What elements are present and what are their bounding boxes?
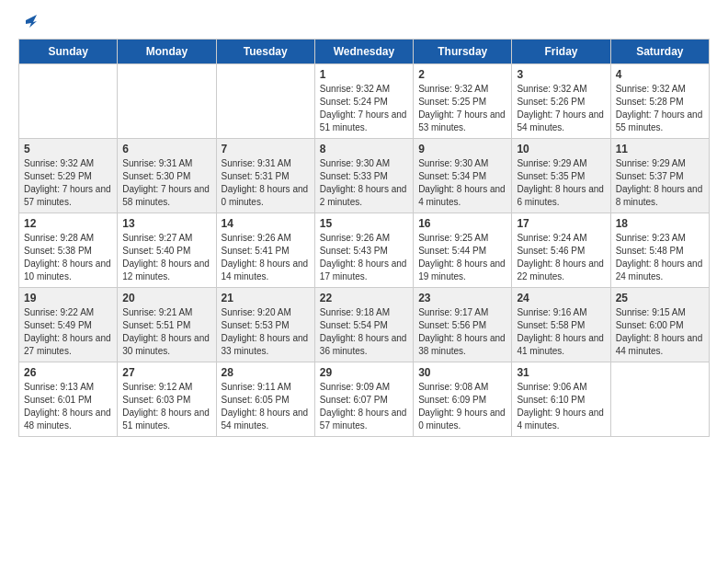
week-row-2: 5Sunrise: 9:32 AM Sunset: 5:29 PM Daylig… — [19, 139, 710, 213]
day-number: 9 — [418, 143, 506, 155]
day-number: 26 — [24, 366, 112, 379]
day-cell: 27Sunrise: 9:12 AM Sunset: 6:03 PM Dayli… — [118, 362, 216, 437]
day-info: Sunrise: 9:25 AM Sunset: 5:44 PM Dayligh… — [418, 232, 506, 283]
day-info: Sunrise: 9:27 AM Sunset: 5:40 PM Dayligh… — [122, 232, 210, 283]
week-row-4: 19Sunrise: 9:22 AM Sunset: 5:49 PM Dayli… — [19, 288, 710, 362]
day-cell: 6Sunrise: 9:31 AM Sunset: 5:30 PM Daylig… — [118, 139, 216, 213]
day-info: Sunrise: 9:32 AM Sunset: 5:29 PM Dayligh… — [24, 157, 112, 209]
day-cell: 15Sunrise: 9:26 AM Sunset: 5:43 PM Dayli… — [314, 213, 413, 288]
day-number: 21 — [222, 292, 310, 304]
day-cell: 17Sunrise: 9:24 AM Sunset: 5:46 PM Dayli… — [512, 213, 610, 288]
day-cell: 10Sunrise: 9:29 AM Sunset: 5:35 PM Dayli… — [512, 139, 610, 213]
day-cell: 26Sunrise: 9:13 AM Sunset: 6:01 PM Dayli… — [19, 362, 118, 437]
day-number: 18 — [616, 217, 704, 230]
day-cell — [216, 64, 314, 139]
weekday-header-monday: Monday — [118, 40, 216, 64]
day-info: Sunrise: 9:13 AM Sunset: 6:01 PM Dayligh… — [24, 381, 112, 432]
day-number: 11 — [616, 143, 704, 155]
day-cell: 30Sunrise: 9:08 AM Sunset: 6:09 PM Dayli… — [414, 362, 512, 437]
day-cell: 28Sunrise: 9:11 AM Sunset: 6:05 PM Dayli… — [216, 362, 314, 437]
day-number: 13 — [122, 217, 210, 230]
day-cell — [118, 64, 216, 139]
day-cell: 14Sunrise: 9:26 AM Sunset: 5:41 PM Dayli… — [216, 213, 314, 288]
day-info: Sunrise: 9:32 AM Sunset: 5:26 PM Dayligh… — [517, 83, 605, 134]
day-cell: 7Sunrise: 9:31 AM Sunset: 5:31 PM Daylig… — [216, 139, 314, 213]
day-info: Sunrise: 9:17 AM Sunset: 5:56 PM Dayligh… — [418, 306, 506, 358]
day-number: 14 — [222, 217, 310, 230]
day-number: 3 — [517, 68, 605, 81]
day-number: 17 — [517, 217, 605, 230]
calendar-table: SundayMondayTuesdayWednesdayThursdayFrid… — [18, 39, 710, 437]
day-info: Sunrise: 9:06 AM Sunset: 6:10 PM Dayligh… — [517, 381, 605, 432]
day-info: Sunrise: 9:26 AM Sunset: 5:41 PM Dayligh… — [222, 232, 310, 283]
day-number: 24 — [517, 292, 605, 304]
day-cell: 2Sunrise: 9:32 AM Sunset: 5:25 PM Daylig… — [414, 64, 512, 139]
day-cell — [19, 64, 118, 139]
day-info: Sunrise: 9:30 AM Sunset: 5:34 PM Dayligh… — [418, 157, 506, 209]
day-cell: 12Sunrise: 9:28 AM Sunset: 5:38 PM Dayli… — [19, 213, 118, 288]
day-info: Sunrise: 9:24 AM Sunset: 5:46 PM Dayligh… — [517, 232, 605, 283]
day-number: 28 — [222, 366, 310, 379]
day-info: Sunrise: 9:31 AM Sunset: 5:31 PM Dayligh… — [222, 157, 310, 209]
day-cell: 1Sunrise: 9:32 AM Sunset: 5:24 PM Daylig… — [314, 64, 413, 139]
day-number: 19 — [24, 292, 112, 304]
day-info: Sunrise: 9:29 AM Sunset: 5:37 PM Dayligh… — [616, 157, 704, 209]
day-info: Sunrise: 9:18 AM Sunset: 5:54 PM Dayligh… — [320, 306, 408, 358]
day-info: Sunrise: 9:30 AM Sunset: 5:33 PM Dayligh… — [320, 157, 408, 209]
weekday-header-thursday: Thursday — [414, 40, 512, 64]
logo — [18, 15, 40, 28]
day-cell: 21Sunrise: 9:20 AM Sunset: 5:53 PM Dayli… — [216, 288, 314, 362]
day-info: Sunrise: 9:15 AM Sunset: 6:00 PM Dayligh… — [616, 306, 704, 358]
day-number: 2 — [418, 68, 506, 81]
day-info: Sunrise: 9:26 AM Sunset: 5:43 PM Dayligh… — [320, 232, 408, 283]
day-cell: 31Sunrise: 9:06 AM Sunset: 6:10 PM Dayli… — [512, 362, 610, 437]
day-cell — [610, 362, 709, 437]
day-info: Sunrise: 9:16 AM Sunset: 5:58 PM Dayligh… — [517, 306, 605, 358]
day-cell: 20Sunrise: 9:21 AM Sunset: 5:51 PM Dayli… — [118, 288, 216, 362]
day-number: 23 — [418, 292, 506, 304]
day-number: 10 — [517, 143, 605, 155]
day-number: 6 — [122, 143, 210, 155]
day-number: 27 — [122, 366, 210, 379]
week-row-5: 26Sunrise: 9:13 AM Sunset: 6:01 PM Dayli… — [19, 362, 710, 437]
weekday-header-saturday: Saturday — [610, 40, 709, 64]
day-cell: 9Sunrise: 9:30 AM Sunset: 5:34 PM Daylig… — [414, 139, 512, 213]
day-cell: 22Sunrise: 9:18 AM Sunset: 5:54 PM Dayli… — [314, 288, 413, 362]
day-info: Sunrise: 9:11 AM Sunset: 6:05 PM Dayligh… — [222, 381, 310, 432]
day-info: Sunrise: 9:31 AM Sunset: 5:30 PM Dayligh… — [122, 157, 210, 209]
day-cell: 25Sunrise: 9:15 AM Sunset: 6:00 PM Dayli… — [610, 288, 709, 362]
header — [18, 15, 710, 28]
page: SundayMondayTuesdayWednesdayThursdayFrid… — [0, 0, 728, 452]
day-info: Sunrise: 9:21 AM Sunset: 5:51 PM Dayligh… — [122, 306, 210, 358]
day-cell: 23Sunrise: 9:17 AM Sunset: 5:56 PM Dayli… — [414, 288, 512, 362]
day-number: 5 — [24, 143, 112, 155]
svg-marker-0 — [26, 15, 37, 28]
day-number: 16 — [418, 217, 506, 230]
day-cell: 8Sunrise: 9:30 AM Sunset: 5:33 PM Daylig… — [314, 139, 413, 213]
day-number: 31 — [517, 366, 605, 379]
weekday-header-sunday: Sunday — [19, 40, 118, 64]
weekday-header-friday: Friday — [512, 40, 610, 64]
weekday-header-wednesday: Wednesday — [314, 40, 413, 64]
day-number: 1 — [320, 68, 408, 81]
day-cell: 19Sunrise: 9:22 AM Sunset: 5:49 PM Dayli… — [19, 288, 118, 362]
day-number: 25 — [616, 292, 704, 304]
day-info: Sunrise: 9:29 AM Sunset: 5:35 PM Dayligh… — [517, 157, 605, 209]
day-info: Sunrise: 9:22 AM Sunset: 5:49 PM Dayligh… — [24, 306, 112, 358]
weekday-header-row: SundayMondayTuesdayWednesdayThursdayFrid… — [19, 40, 710, 64]
week-row-3: 12Sunrise: 9:28 AM Sunset: 5:38 PM Dayli… — [19, 213, 710, 288]
day-info: Sunrise: 9:28 AM Sunset: 5:38 PM Dayligh… — [24, 232, 112, 283]
day-info: Sunrise: 9:09 AM Sunset: 6:07 PM Dayligh… — [320, 381, 408, 432]
weekday-header-tuesday: Tuesday — [216, 40, 314, 64]
day-number: 29 — [320, 366, 408, 379]
day-info: Sunrise: 9:32 AM Sunset: 5:25 PM Dayligh… — [418, 83, 506, 134]
day-info: Sunrise: 9:32 AM Sunset: 5:24 PM Dayligh… — [320, 83, 408, 134]
day-cell: 16Sunrise: 9:25 AM Sunset: 5:44 PM Dayli… — [414, 213, 512, 288]
week-row-1: 1Sunrise: 9:32 AM Sunset: 5:24 PM Daylig… — [19, 64, 710, 139]
day-number: 30 — [418, 366, 506, 379]
day-number: 15 — [320, 217, 408, 230]
day-cell: 13Sunrise: 9:27 AM Sunset: 5:40 PM Dayli… — [118, 213, 216, 288]
day-info: Sunrise: 9:12 AM Sunset: 6:03 PM Dayligh… — [122, 381, 210, 432]
day-cell: 4Sunrise: 9:32 AM Sunset: 5:28 PM Daylig… — [610, 64, 709, 139]
day-info: Sunrise: 9:23 AM Sunset: 5:48 PM Dayligh… — [616, 232, 704, 283]
